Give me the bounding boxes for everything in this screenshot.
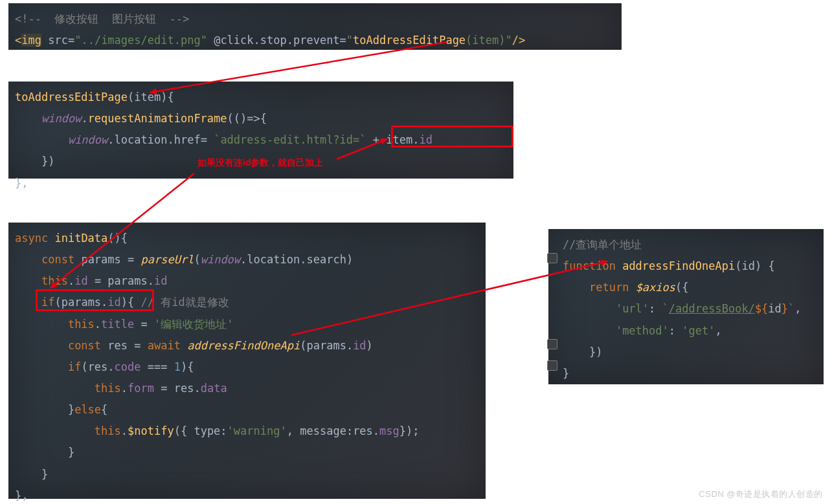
code-block-3: async initData(){ const params = parseUr… xyxy=(8,223,486,504)
highlight-box-url-param xyxy=(391,126,513,148)
code-panel-3: async initData(){ const params = parseUr… xyxy=(8,223,486,499)
gutter-marker xyxy=(547,253,557,263)
highlight-box-if-condition xyxy=(36,289,154,311)
gutter-marker xyxy=(547,360,557,371)
annotation-text: 如果没有连id参数，就自己加上 xyxy=(197,157,323,169)
gutter-marker xyxy=(547,339,557,349)
code-panel-4: //查询单个地址 function addressFindOneApi(id) … xyxy=(548,229,824,384)
watermark: CSDN @奇迹是执着的人创造的 xyxy=(699,488,823,500)
code-block-4: //查询单个地址 function addressFindOneApi(id) … xyxy=(548,229,824,389)
code-block-1: <!-- 修改按钮 图片按钮 --> <img src="../images/e… xyxy=(8,3,622,56)
code-panel-1: <!-- 修改按钮 图片按钮 --> <img src="../images/e… xyxy=(8,3,622,50)
